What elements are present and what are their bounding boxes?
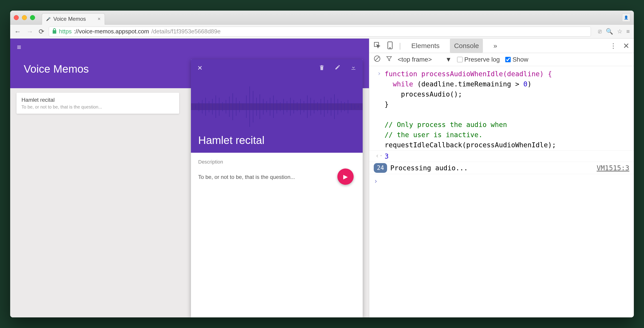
browser-toolbar: ← → ⟳ https://voice-memos.appspot.com/de…	[10, 25, 634, 39]
svg-point-52	[390, 47, 390, 48]
hamburger-icon[interactable]: ≡	[17, 43, 362, 51]
return-value: 3	[384, 151, 389, 161]
nav-controls: ← → ⟳	[14, 27, 44, 35]
memo-list-item[interactable]: Hamlet recital To be, or not to be, that…	[16, 93, 179, 114]
devtools-panel: | Elements Console » ⋮ ✕ <top frame> ▼	[369, 39, 634, 318]
browser-window: 🎤 Voice Memos × 👤 ← → ⟳ https://voice-me…	[10, 10, 634, 318]
url-host: ://voice-memos.appspot.com	[74, 28, 149, 35]
memo-item-subtitle: To be, or not to be, that is the questio…	[22, 104, 174, 110]
menu-icon[interactable]: ≡	[626, 28, 630, 35]
content-area: ≡ Voice Memos Hamlet recital To be, or n…	[10, 39, 634, 318]
code-block: function processAudioWhenIdle(deadline) …	[384, 69, 556, 150]
output-caret-icon: ‹·	[374, 151, 384, 161]
camera-icon[interactable]: ⎚	[598, 28, 602, 35]
titlebar: 🎤 Voice Memos × 👤	[10, 10, 634, 25]
close-icon[interactable]: ✕	[197, 64, 202, 73]
tab-elements[interactable]: Elements	[407, 39, 444, 53]
divider: |	[399, 41, 401, 50]
close-tab-icon[interactable]: ×	[98, 16, 100, 22]
kebab-icon[interactable]: ⋮	[610, 42, 617, 50]
detail-actions: ✕	[191, 59, 363, 78]
memo-detail-card: ✕	[191, 59, 363, 318]
address-bar[interactable]: https://voice-memos.appspot.com/details/…	[49, 27, 591, 36]
url-scheme: https	[59, 28, 72, 35]
browser-tab[interactable]: 🎤 Voice Memos ×	[42, 13, 105, 25]
reload-button[interactable]: ⟳	[39, 27, 44, 35]
detail-header: ✕	[191, 59, 363, 153]
toolbar-actions: ⎚ 🔍 ☆ ≡	[598, 28, 630, 35]
devtools-tabs: | Elements Console » ⋮ ✕	[369, 39, 634, 53]
show-checkbox[interactable]: Show	[505, 56, 528, 63]
tab-more[interactable]: »	[489, 39, 501, 53]
show-input[interactable]	[505, 57, 511, 62]
console-return-row: ‹· 3	[369, 151, 634, 162]
filter-icon[interactable]	[386, 55, 392, 63]
detail-body: Description To be, or not to be, that is…	[191, 153, 363, 186]
detail-title: Hamlet recital	[198, 134, 264, 147]
download-icon[interactable]	[350, 64, 356, 73]
edit-icon[interactable]	[335, 64, 340, 73]
console-prompt[interactable]: ›	[369, 174, 634, 188]
forward-button[interactable]: →	[26, 28, 33, 35]
back-button[interactable]: ←	[14, 28, 21, 35]
clear-console-icon[interactable]	[374, 55, 380, 64]
minimize-window-button[interactable]	[22, 15, 27, 20]
preserve-log-input[interactable]	[457, 57, 462, 62]
lock-icon	[52, 28, 57, 35]
play-icon: ▶	[343, 173, 348, 180]
input-caret-icon: ›	[374, 69, 384, 150]
memo-item-title: Hamlet recital	[22, 97, 174, 103]
zoom-window-button[interactable]	[30, 15, 35, 20]
close-devtools-icon[interactable]: ✕	[623, 41, 629, 50]
voice-memos-app: ≡ Voice Memos Hamlet recital To be, or n…	[10, 39, 369, 318]
waveform-visualization	[191, 82, 363, 132]
inspect-icon[interactable]	[374, 42, 381, 50]
svg-line-54	[375, 57, 379, 61]
preserve-log-checkbox[interactable]: Preserve log	[457, 56, 500, 63]
log-message: Processing audio...	[390, 163, 468, 173]
microphone-icon: 🎤	[46, 17, 50, 21]
profile-button[interactable]: 👤	[622, 13, 630, 22]
tab-title: Voice Memos	[53, 16, 86, 22]
console-output[interactable]: › function processAudioWhenIdle(deadline…	[369, 66, 634, 318]
log-source-link[interactable]: VM1515:3	[597, 163, 630, 173]
window-controls	[14, 15, 35, 20]
console-log-row: 24 Processing audio... VM1515:3	[369, 162, 634, 174]
delete-icon[interactable]	[319, 64, 325, 73]
log-count-badge: 24	[374, 163, 387, 173]
console-toolbar: <top frame> ▼ Preserve log Show	[369, 53, 634, 66]
play-fab[interactable]: ▶	[337, 168, 354, 185]
close-window-button[interactable]	[14, 15, 19, 20]
console-input-block: › function processAudioWhenIdle(deadline…	[369, 68, 634, 151]
chevron-down-icon: ▼	[446, 56, 452, 63]
device-icon[interactable]	[387, 41, 393, 50]
description-label: Description	[198, 159, 356, 165]
frame-selector[interactable]: <top frame> ▼	[398, 56, 452, 63]
zoom-icon[interactable]: 🔍	[606, 28, 613, 35]
description-text: To be, or not to be, that is the questio…	[198, 174, 356, 180]
tab-console[interactable]: Console	[450, 39, 483, 53]
url-path: /details/f1f3953e5668d89e	[152, 28, 221, 35]
user-icon: 👤	[624, 15, 628, 20]
star-icon[interactable]: ☆	[617, 28, 622, 35]
